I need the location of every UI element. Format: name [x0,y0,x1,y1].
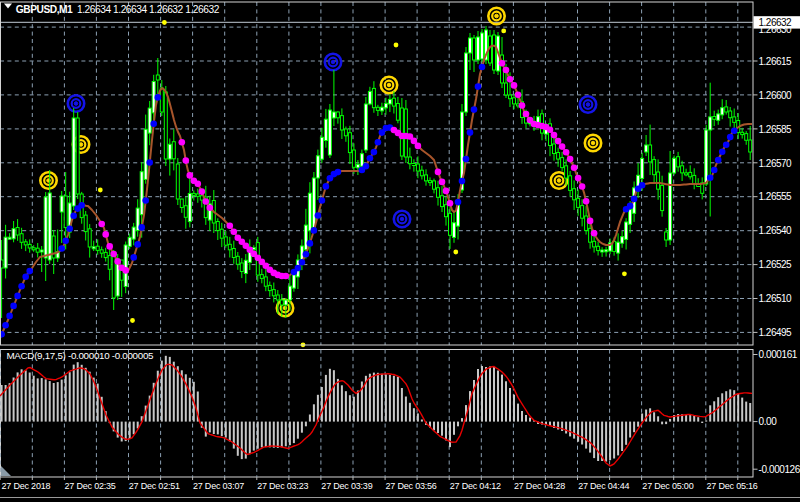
svg-text:27 Dec 05:16: 27 Dec 05:16 [707,481,758,491]
svg-text:GBPUSD,M1: GBPUSD,M1 [16,4,73,15]
svg-text:0.00: 0.00 [759,416,778,427]
svg-text:1.26600: 1.26600 [759,90,793,101]
svg-text:1.26555: 1.26555 [759,191,793,202]
svg-text:1.26585: 1.26585 [759,124,793,135]
svg-text:MACD(9,17,5) -0.000010 -0.0000: MACD(9,17,5) -0.000010 -0.000005 [7,350,155,361]
svg-text:-0.000126: -0.000126 [759,464,800,475]
svg-text:27 Dec 05:00: 27 Dec 05:00 [642,481,693,491]
svg-text:1.26525: 1.26525 [759,259,793,270]
svg-text:27 Dec 03:56: 27 Dec 03:56 [386,481,437,491]
svg-text:27 Dec 04:44: 27 Dec 04:44 [578,481,629,491]
svg-text:0.000161: 0.000161 [759,349,798,360]
svg-text:27 Dec 02:51: 27 Dec 02:51 [129,481,180,491]
svg-text:27 Dec 04:12: 27 Dec 04:12 [450,481,501,491]
svg-text:1.26570: 1.26570 [759,158,793,169]
svg-text:27 Dec 04:28: 27 Dec 04:28 [514,481,565,491]
svg-text:1.26510: 1.26510 [759,293,793,304]
svg-text:1.26632: 1.26632 [759,17,793,28]
svg-text:27 Dec 02:35: 27 Dec 02:35 [65,481,116,491]
svg-text:1.26615: 1.26615 [759,56,793,67]
svg-text:27 Dec 03:23: 27 Dec 03:23 [257,481,308,491]
svg-text:27 Dec 03:39: 27 Dec 03:39 [321,481,372,491]
svg-text:1.26495: 1.26495 [759,327,793,338]
svg-text:27 Dec 2018: 27 Dec 2018 [1,481,50,491]
svg-text:27 Dec 03:07: 27 Dec 03:07 [193,481,244,491]
svg-text:1.26634 1.26634 1.26632 1.2663: 1.26634 1.26634 1.26632 1.26632 [77,4,220,15]
svg-text:1.26540: 1.26540 [759,225,793,236]
